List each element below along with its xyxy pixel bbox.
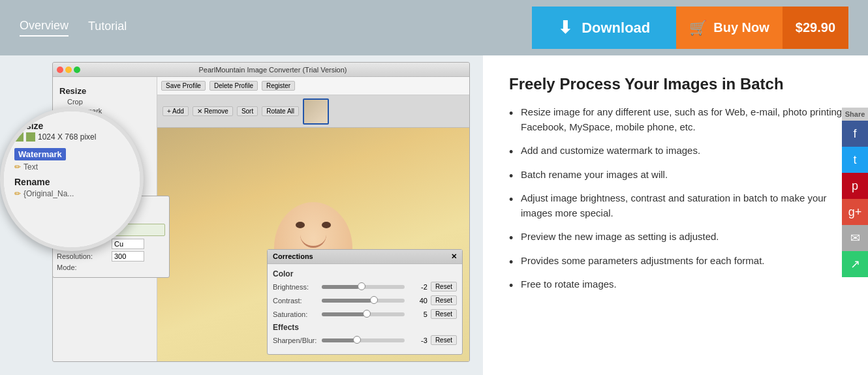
header: Overview Tutorial ⬇ Download 🛒 Buy Now $… bbox=[0, 0, 868, 55]
twitter-icon: t bbox=[853, 153, 856, 167]
share-twitter-button[interactable]: t bbox=[842, 147, 868, 173]
baby-eyes bbox=[274, 202, 352, 228]
toolbar-saveprofile[interactable]: Save Profile bbox=[161, 81, 206, 91]
add-btn[interactable]: + Add bbox=[163, 106, 189, 116]
buynow-button[interactable]: 🛒 Buy Now $29.90 bbox=[676, 7, 848, 49]
nav-tutorial[interactable]: Tutorial bbox=[88, 20, 127, 36]
sidebar-crop: Crop bbox=[57, 98, 153, 106]
corrections-title: Corrections bbox=[273, 252, 313, 261]
contrast-reset[interactable]: Reset bbox=[431, 295, 457, 305]
sharpen-label: Sharpen/Blur: bbox=[273, 337, 318, 344]
brightness-reset[interactable]: Reset bbox=[431, 282, 457, 292]
download-icon: ⬇ bbox=[558, 18, 572, 38]
buynow-label-area: 🛒 Buy Now bbox=[676, 7, 783, 49]
right-panel: Freely Process Your Images in Batch Resi… bbox=[483, 55, 868, 375]
share-green-icon: ↗ bbox=[850, 257, 860, 271]
magnifier-overlay: Resize 1024 X 768 pixel Watermark ✏ Text… bbox=[0, 108, 144, 251]
facebook-icon: f bbox=[853, 127, 856, 141]
contrast-row: Contrast: 40 Reset bbox=[273, 295, 457, 305]
remove-btn[interactable]: ✕ Remove bbox=[193, 106, 233, 116]
rotate-btn[interactable]: Rotate All bbox=[262, 106, 299, 116]
sharpen-slider[interactable] bbox=[322, 338, 405, 342]
saturation-slider[interactable] bbox=[322, 312, 405, 316]
app-image-list: + Add ✕ Remove Sort Rotate All bbox=[157, 95, 469, 128]
correction-close[interactable]: ✕ bbox=[451, 252, 457, 261]
feature-list: Resize image for any different use, such… bbox=[509, 105, 848, 292]
magnifier-content: Resize 1024 X 768 pixel Watermark ✏ Text… bbox=[4, 112, 140, 247]
screenshot-area: Resize 1024 X 768 pixel Watermark ✏ Text… bbox=[0, 55, 483, 375]
color-title: Color bbox=[273, 269, 457, 278]
header-buttons: ⬇ Download 🛒 Buy Now $29.90 bbox=[532, 7, 848, 49]
share-label: Share bbox=[842, 108, 868, 121]
download-button[interactable]: ⬇ Download bbox=[532, 7, 676, 49]
nav-links: Overview Tutorial bbox=[20, 19, 127, 37]
effects-title: Effects bbox=[273, 323, 457, 332]
email-icon: ✉ bbox=[850, 231, 860, 245]
feature-item-2: Batch rename your images at will. bbox=[509, 168, 848, 183]
titlebar-dots bbox=[57, 67, 80, 73]
saturation-label: Saturation: bbox=[273, 310, 318, 318]
brightness-slider[interactable] bbox=[322, 285, 405, 289]
mag-icon-row: 1024 X 768 pixel bbox=[14, 132, 129, 147]
feature-item-1: Add and customize watermark to images. bbox=[509, 143, 848, 158]
dot-green bbox=[74, 67, 80, 73]
mag-size: 1024 X 768 pixel bbox=[38, 132, 96, 142]
mag-resize-title: Resize bbox=[14, 121, 129, 131]
buynow-label: Buy Now bbox=[713, 20, 769, 35]
resolution-input[interactable] bbox=[112, 251, 144, 262]
cart-icon: 🛒 bbox=[689, 20, 707, 37]
contrast-slider[interactable] bbox=[322, 299, 405, 303]
nav-overview[interactable]: Overview bbox=[20, 19, 69, 37]
effects-section: Effects Sharpen/Blur: -3 Reset bbox=[273, 323, 457, 345]
dot-yellow bbox=[65, 67, 72, 73]
dot-red bbox=[57, 67, 63, 73]
toolbar-register[interactable]: Register bbox=[262, 81, 295, 91]
mag-text-label: Text bbox=[23, 162, 38, 172]
feature-item-0: Resize image for any different use, such… bbox=[509, 105, 848, 134]
mag-watermark-label: Watermark bbox=[14, 148, 66, 160]
sort-btn[interactable]: Sort bbox=[237, 106, 258, 116]
app-titlebar: PearlMountain Image Converter (Trial Ver… bbox=[53, 63, 469, 77]
preset-input[interactable] bbox=[112, 239, 144, 249]
share-googleplus-button[interactable]: g+ bbox=[842, 199, 868, 225]
share-green-button[interactable]: ↗ bbox=[842, 251, 868, 277]
correction-panel: Corrections ✕ Color Brightness: -2 Reset bbox=[267, 249, 463, 355]
mag-rename-value: {Original_Na... bbox=[23, 189, 74, 198]
mag-icon-box2 bbox=[26, 132, 35, 142]
sharpen-value: -3 bbox=[408, 337, 427, 344]
main-content: Resize 1024 X 768 pixel Watermark ✏ Text… bbox=[0, 55, 868, 375]
googleplus-icon: g+ bbox=[848, 205, 862, 219]
correction-body: Color Brightness: -2 Reset Contrast: bbox=[268, 264, 462, 354]
pencil-icon: ✏ bbox=[14, 162, 21, 172]
mode-row: Mode: bbox=[57, 263, 165, 271]
baby-eye-left bbox=[296, 222, 305, 228]
share-sidebar: Share f t p g+ ✉ ↗ bbox=[842, 108, 868, 277]
feature-item-5: Provides some parameters adjustments for… bbox=[509, 254, 848, 269]
resolution-label: Resolution: bbox=[57, 252, 109, 260]
toolbar-deleteprofile[interactable]: Delete Profile bbox=[209, 81, 258, 91]
share-email-button[interactable]: ✉ bbox=[842, 225, 868, 251]
mag-rename-title: Rename bbox=[14, 177, 129, 187]
saturation-reset[interactable]: Reset bbox=[431, 309, 457, 319]
feature-item-4: Preview the new image as setting is adju… bbox=[509, 230, 848, 245]
pencil2-icon: ✏ bbox=[14, 189, 21, 198]
share-pinterest-button[interactable]: p bbox=[842, 173, 868, 199]
baby-smile bbox=[300, 235, 326, 248]
app-toolbar: Save Profile Delete Profile Register bbox=[157, 77, 469, 95]
resolution-row: Resolution: bbox=[57, 251, 165, 262]
sidebar-resize: Resize bbox=[59, 86, 153, 96]
saturation-value: 5 bbox=[408, 310, 427, 318]
pinterest-icon: p bbox=[852, 179, 858, 193]
mag-icon-box1 bbox=[14, 132, 23, 142]
brightness-label: Brightness: bbox=[273, 283, 318, 291]
saturation-row: Saturation: 5 Reset bbox=[273, 309, 457, 319]
baby-eye-right bbox=[322, 222, 331, 228]
feature-title: Freely Process Your Images in Batch bbox=[509, 75, 848, 93]
sharpen-row: Sharpen/Blur: -3 Reset bbox=[273, 335, 457, 345]
share-facebook-button[interactable]: f bbox=[842, 121, 868, 147]
sharpen-reset[interactable]: Reset bbox=[431, 335, 457, 345]
correction-titlebar: Corrections ✕ bbox=[268, 250, 462, 264]
feature-item-6: Free to rotate images. bbox=[509, 277, 848, 292]
image-thumbnail bbox=[303, 98, 329, 125]
mag-text-sub: ✏ Text bbox=[14, 162, 129, 172]
